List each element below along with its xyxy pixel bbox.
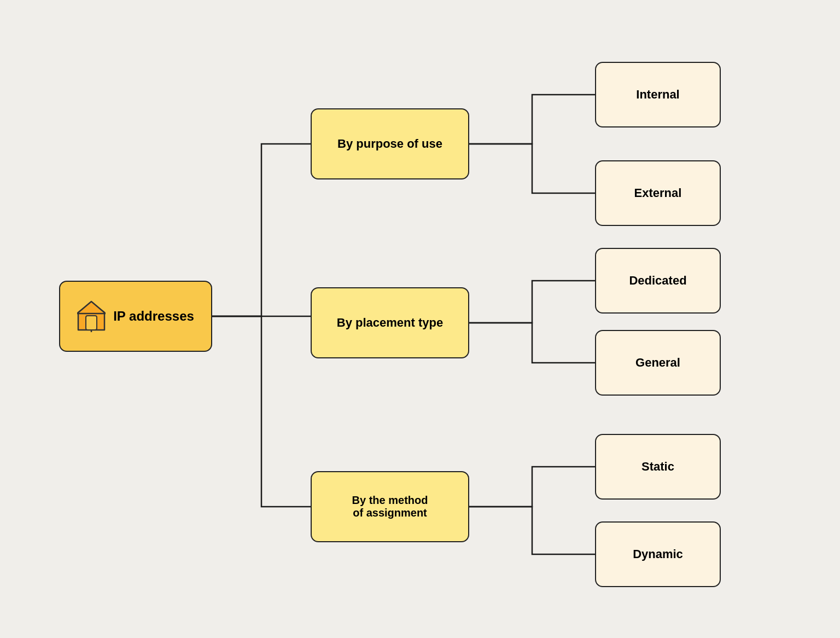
mid-node-purpose-label: By purpose of use [337, 137, 442, 151]
leaf-general-label: General [635, 356, 680, 370]
mid-node-assignment: By the method of assignment [311, 471, 469, 542]
root-label: IP addresses [113, 309, 194, 324]
mid-node-placement-label: By placement type [337, 316, 443, 330]
leaf-node-internal: Internal [595, 62, 721, 127]
leaf-dedicated-label: Dedicated [629, 274, 686, 288]
leaf-node-dedicated: Dedicated [595, 248, 721, 314]
leaf-internal-label: Internal [636, 88, 679, 102]
svg-marker-1 [77, 301, 106, 314]
leaf-node-dynamic: Dynamic [595, 521, 721, 587]
mid-node-assignment-label: By the method of assignment [352, 494, 428, 519]
root-node: IP addresses [59, 281, 212, 352]
leaf-dynamic-label: Dynamic [633, 547, 683, 561]
mid-node-placement: By placement type [311, 287, 469, 358]
network-icon [77, 300, 106, 332]
leaf-node-static: Static [595, 434, 721, 500]
leaf-static-label: Static [641, 460, 674, 474]
leaf-external-label: External [634, 186, 682, 200]
leaf-node-general: General [595, 330, 721, 396]
mind-map-diagram: IP addresses By purpose of use By placem… [37, 18, 803, 620]
svg-rect-0 [86, 316, 97, 330]
leaf-node-external: External [595, 160, 721, 226]
mid-node-purpose: By purpose of use [311, 108, 469, 179]
